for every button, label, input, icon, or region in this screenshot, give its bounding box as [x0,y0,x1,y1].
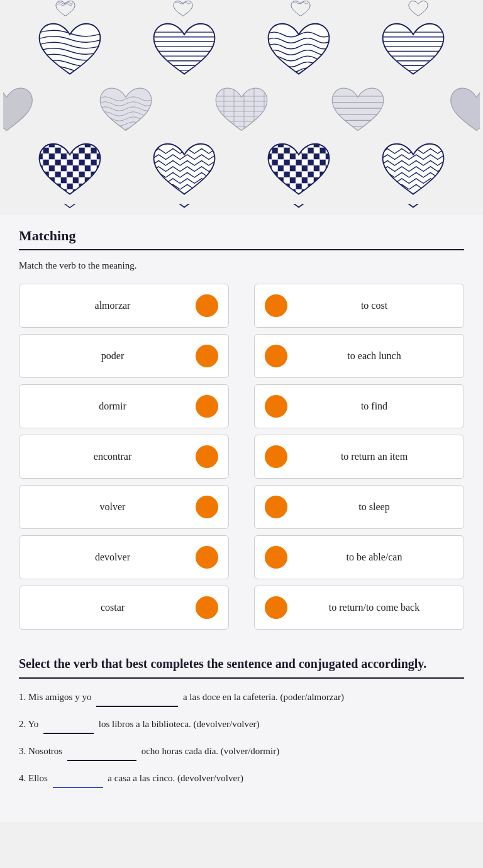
heart-icon [264,142,333,201]
right-dot-6[interactable] [265,546,287,569]
sentence-2-before: Yo [28,719,38,729]
match-card-left-7[interactable]: costar [19,586,229,630]
sentence-1-num: 1. [19,692,26,702]
left-dot-1[interactable] [196,294,218,317]
heart-icon [150,142,219,201]
right-dot-3[interactable] [265,395,287,418]
heart-icon [445,86,480,136]
right-term-7: to return/to come back [295,602,453,613]
sentence-1-blank[interactable] [96,689,178,707]
match-card-left-2[interactable]: poder [19,334,229,378]
sentence-2-blank[interactable] [43,716,94,734]
match-card-left-5[interactable]: volver [19,485,229,529]
match-card-right-5[interactable]: to sleep [254,485,464,529]
sentence-3: 3. Nosotros ocho horas cada día. (volver… [19,743,464,761]
sentence-4-num: 4. [19,773,26,783]
matching-row-4: encontrar to return an item [19,435,464,479]
right-term-5: to sleep [295,501,453,513]
sentence-1-before: Mis amigos y yo [28,692,91,702]
heart-icon [34,0,97,19]
hearts-banner [0,0,483,215]
left-term-3: dormir [30,401,196,412]
left-term-5: volver [30,501,196,513]
sentence-2-after: los libros a la biblioteca. (devolver/vo… [99,719,260,729]
hearts-row-5 [0,204,483,215]
right-dot-5[interactable] [265,496,287,518]
section-divider [19,249,464,250]
section2-divider [19,677,464,679]
left-term-6: devolver [30,552,196,563]
right-term-6: to be able/can [295,552,453,563]
heart-icon [269,0,332,19]
heart-icon [97,86,154,136]
matching-row-2: poder to each lunch [19,334,464,378]
heart-icon [274,204,324,215]
heart-icon [388,204,438,215]
match-card-right-3[interactable]: to find [254,384,464,428]
right-dot-1[interactable] [265,294,287,317]
match-card-left-6[interactable]: devolver [19,535,229,579]
left-dot-5[interactable] [196,496,218,518]
right-dot-7[interactable] [265,596,287,619]
matching-row-5: volver to sleep [19,485,464,529]
sentence-4-blank[interactable] [53,770,103,788]
match-card-right-7[interactable]: to return/to come back [254,586,464,630]
sentence-1: 1. Mis amigos y yo a las doce en la cafe… [19,689,464,707]
left-term-7: costar [30,602,196,613]
sentence-4: 4. Ellos a casa a las cinco. (devolver/v… [19,770,464,788]
hearts-row-1 [0,0,483,19]
left-term-4: encontrar [30,451,196,462]
heart-icon [35,21,104,81]
heart-icon [150,21,219,81]
matching-row-1: almorzar to cost [19,284,464,328]
right-dot-2[interactable] [265,345,287,367]
sentence-2-num: 2. [19,719,26,729]
sentence-2: 2. Yo los libros a la biblioteca. (devol… [19,716,464,734]
match-card-left-4[interactable]: encontrar [19,435,229,479]
match-card-right-6[interactable]: to be able/can [254,535,464,579]
match-card-left-3[interactable]: dormir [19,384,229,428]
heart-icon [264,21,333,81]
right-dot-4[interactable] [265,445,287,468]
right-term-4: to return an item [295,451,453,462]
left-term-1: almorzar [30,300,196,311]
sentence-3-blank[interactable] [67,743,136,761]
matching-grid: almorzar to cost poder to each lunch [19,284,464,630]
main-content: Matching Match the verb to the meaning. … [0,215,483,822]
heart-icon [45,204,95,215]
heart-icon [330,86,386,136]
left-term-2: poder [30,350,196,362]
heart-icon [387,0,450,19]
left-dot-4[interactable] [196,445,218,468]
left-dot-6[interactable] [196,546,218,569]
left-dot-2[interactable] [196,345,218,367]
matching-row-6: devolver to be able/can [19,535,464,579]
sentence-3-before: Nosotros [28,746,62,756]
right-term-3: to find [295,401,453,412]
sentence-3-after: ocho horas cada día. (volver/dormir) [142,746,280,756]
hearts-row-2 [0,19,483,84]
match-card-right-2[interactable]: to each lunch [254,334,464,378]
heart-icon [379,21,448,81]
left-dot-3[interactable] [196,395,218,418]
section2: Select the verb that best completes the … [19,655,464,788]
right-term-1: to cost [295,300,453,311]
left-dot-7[interactable] [196,596,218,619]
heart-icon [3,86,38,136]
match-card-left-1[interactable]: almorzar [19,284,229,328]
sentence-1-after: a las doce en la cafetería. (poder/almor… [183,692,344,702]
sentence-4-after: a casa a las cinco. (devolver/volver) [108,773,243,783]
match-card-right-1[interactable]: to cost [254,284,464,328]
heart-icon [379,142,448,201]
right-term-2: to each lunch [295,350,453,362]
heart-icon [152,0,214,19]
heart-icon [35,142,104,201]
matching-row-7: costar to return/to come back [19,586,464,630]
section2-title: Select the verb that best completes the … [19,655,464,672]
match-card-right-4[interactable]: to return an item [254,435,464,479]
matching-instruction: Match the verb to the meaning. [19,260,464,271]
matching-title: Matching [19,228,464,244]
heart-icon [213,86,270,136]
hearts-row-4 [0,139,483,204]
matching-row-3: dormir to find [19,384,464,428]
